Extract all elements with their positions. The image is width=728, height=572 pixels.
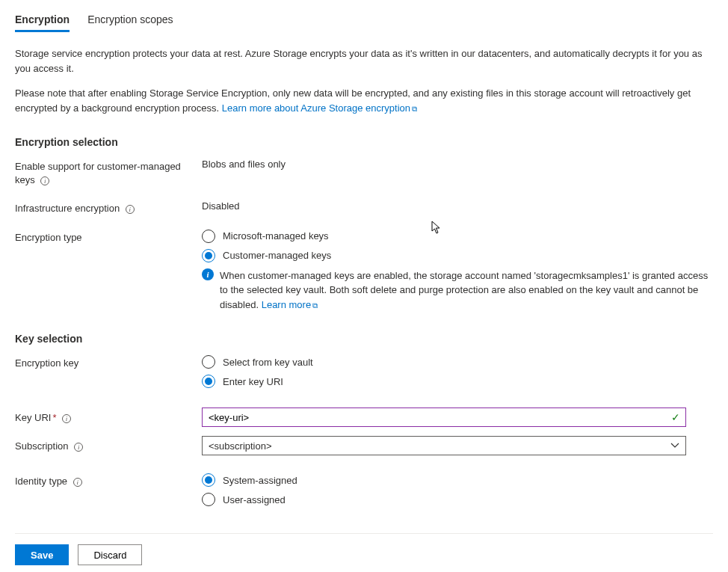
- label-identity-type-text: Identity type: [15, 476, 67, 487]
- radio-microsoft-managed-keys-label: Microsoft-managed keys: [223, 230, 329, 242]
- external-link-icon: ⧉: [312, 301, 318, 310]
- radio-customer-managed-keys-label: Customer-managed keys: [223, 250, 331, 261]
- learn-more-cmk-link-text: Learn more: [262, 299, 311, 310]
- info-icon[interactable]: i: [126, 205, 135, 214]
- radio-icon: [202, 230, 215, 243]
- info-solid-icon: i: [202, 268, 214, 280]
- learn-more-encryption-link[interactable]: Learn more about Azure Storage encryptio…: [222, 102, 417, 114]
- label-infrastructure-encryption: Infrastructure encryption i: [15, 200, 202, 215]
- label-cmk-support-text: Enable support for customer-managed keys: [15, 161, 181, 185]
- info-icon[interactable]: i: [74, 443, 83, 452]
- info-icon[interactable]: i: [40, 176, 49, 185]
- radio-enter-key-uri[interactable]: Enter key URI: [202, 375, 713, 388]
- section-key-selection: Key selection: [15, 333, 713, 345]
- info-icon[interactable]: i: [62, 414, 71, 423]
- label-cmk-support: Enable support for customer-managed keys…: [15, 159, 202, 187]
- tab-bar: Encryption Encryption scopes: [15, 13, 713, 33]
- subscription-select-value: <subscription>: [209, 440, 272, 452]
- save-button[interactable]: Save: [15, 544, 69, 565]
- radio-icon: [202, 355, 215, 369]
- label-subscription: Subscription i: [15, 438, 202, 453]
- learn-more-encryption-link-text: Learn more about Azure Storage encryptio…: [222, 102, 410, 114]
- label-key-uri: Key URI* i: [15, 410, 202, 425]
- intro-paragraph-1: Storage service encryption protects your…: [15, 46, 713, 76]
- subscription-select[interactable]: <subscription>: [202, 436, 686, 455]
- external-link-icon: ⧉: [412, 105, 417, 113]
- radio-customer-managed-keys[interactable]: Customer-managed keys: [202, 249, 713, 262]
- radio-microsoft-managed-keys[interactable]: Microsoft-managed keys: [202, 230, 713, 243]
- label-subscription-text: Subscription: [15, 440, 69, 452]
- radio-icon: [202, 493, 215, 506]
- radio-user-assigned[interactable]: User-assigned: [202, 493, 713, 506]
- radio-system-assigned[interactable]: System-assigned: [202, 473, 713, 487]
- radio-select-from-key-vault-label: Select from key vault: [223, 357, 313, 368]
- footer-buttons: Save Discard: [15, 544, 713, 565]
- tab-encryption[interactable]: Encryption: [15, 13, 70, 32]
- radio-system-assigned-label: System-assigned: [223, 475, 297, 486]
- label-identity-type: Identity type i: [15, 473, 202, 488]
- required-asterisk: *: [52, 412, 56, 423]
- label-key-uri-text: Key URI: [15, 412, 51, 423]
- radio-icon: [202, 375, 215, 388]
- intro-paragraph-2: Please note that after enabling Storage …: [15, 86, 713, 115]
- footer-separator: [15, 533, 713, 534]
- radio-user-assigned-label: User-assigned: [223, 494, 286, 505]
- key-uri-input[interactable]: [202, 408, 686, 427]
- cmk-info-callout: i When customer-managed keys are enabled…: [202, 268, 710, 313]
- label-infra-text: Infrastructure encryption: [15, 203, 120, 214]
- value-infrastructure-encryption: Disabled: [202, 200, 713, 212]
- chevron-down-icon: [670, 441, 679, 450]
- info-icon[interactable]: i: [73, 478, 82, 487]
- radio-icon: [202, 249, 215, 262]
- label-encryption-key: Encryption key: [15, 355, 202, 370]
- checkmark-icon: ✓: [671, 411, 680, 423]
- learn-more-cmk-link[interactable]: Learn more⧉: [262, 299, 318, 310]
- radio-select-from-key-vault[interactable]: Select from key vault: [202, 355, 713, 369]
- discard-button[interactable]: Discard: [78, 544, 142, 565]
- label-encryption-type: Encryption type: [15, 230, 202, 245]
- radio-enter-key-uri-label: Enter key URI: [223, 376, 283, 387]
- radio-icon: [202, 473, 215, 487]
- tab-encryption-scopes[interactable]: Encryption scopes: [87, 13, 173, 32]
- intro-text: Storage service encryption protects your…: [15, 46, 713, 115]
- value-cmk-support: Blobs and files only: [202, 159, 713, 170]
- section-encryption-selection: Encryption selection: [15, 136, 713, 148]
